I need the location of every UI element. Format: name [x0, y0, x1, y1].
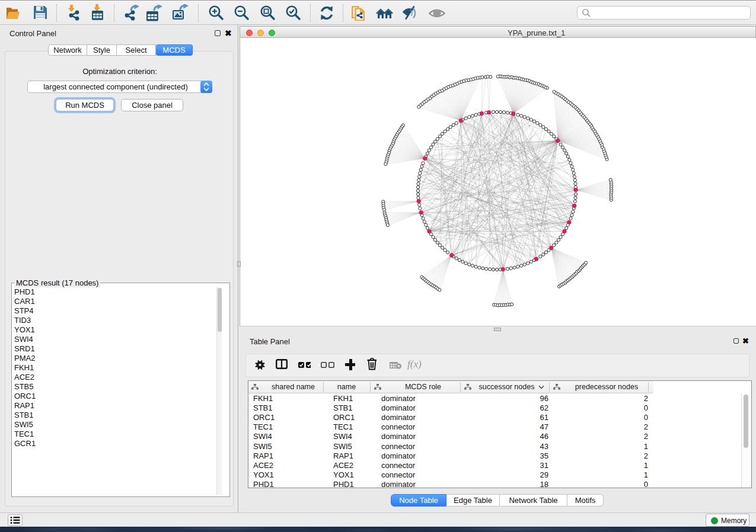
svg-text:f(x): f(x) — [407, 358, 422, 370]
